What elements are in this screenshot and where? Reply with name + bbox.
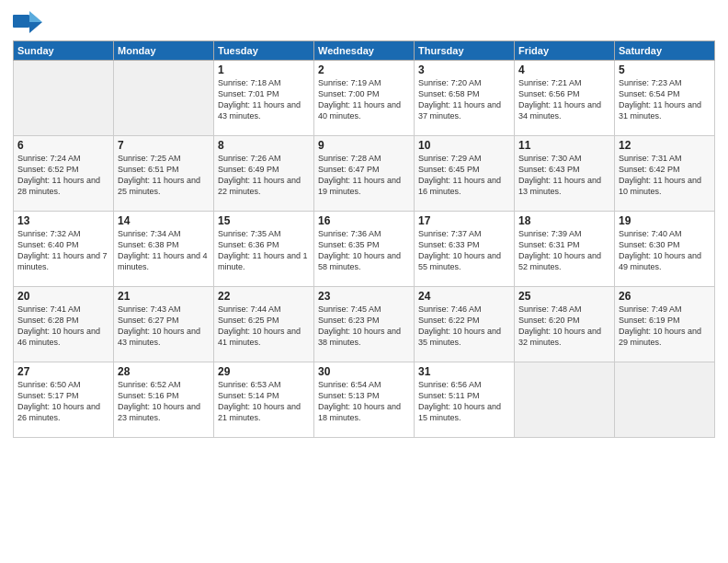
calendar-cell: 9Sunrise: 7:28 AMSunset: 6:47 PMDaylight… [314,136,415,212]
day-info: Sunrise: 7:23 AMSunset: 6:54 PMDaylight:… [619,77,711,122]
day-info: Sunrise: 7:32 AMSunset: 6:40 PMDaylight:… [17,228,109,273]
calendar-week-row: 20Sunrise: 7:41 AMSunset: 6:28 PMDayligh… [14,287,715,362]
day-number: 10 [418,139,510,152]
day-number: 9 [318,139,410,152]
day-number: 25 [518,290,610,303]
calendar-cell [114,61,214,136]
calendar-cell: 26Sunrise: 7:49 AMSunset: 6:19 PMDayligh… [615,287,715,362]
day-number: 29 [218,365,310,378]
day-number: 16 [318,214,410,227]
calendar-cell [515,362,615,438]
day-number: 7 [118,139,210,152]
calendar-cell: 10Sunrise: 7:29 AMSunset: 6:45 PMDayligh… [415,136,515,212]
day-info: Sunrise: 7:24 AMSunset: 6:52 PMDaylight:… [17,153,109,198]
weekday-header-sunday: Sunday [14,41,114,61]
day-info: Sunrise: 7:37 AMSunset: 6:33 PMDaylight:… [418,228,510,273]
weekday-header-row: SundayMondayTuesdayWednesdayThursdayFrid… [14,41,715,61]
calendar-container: SundayMondayTuesdayWednesdayThursdayFrid… [0,0,728,563]
calendar-cell: 18Sunrise: 7:39 AMSunset: 6:31 PMDayligh… [515,212,615,287]
day-info: Sunrise: 6:52 AMSunset: 5:16 PMDaylight:… [118,379,210,424]
day-info: Sunrise: 7:35 AMSunset: 6:36 PMDaylight:… [218,228,310,273]
day-info: Sunrise: 7:46 AMSunset: 6:22 PMDaylight:… [418,304,510,349]
day-number: 24 [418,290,510,303]
day-info: Sunrise: 6:56 AMSunset: 5:11 PMDaylight:… [418,379,510,424]
day-info: Sunrise: 7:26 AMSunset: 6:49 PMDaylight:… [218,153,310,198]
day-info: Sunrise: 7:49 AMSunset: 6:19 PMDaylight:… [619,304,711,349]
day-info: Sunrise: 7:43 AMSunset: 6:27 PMDaylight:… [118,304,210,349]
calendar-cell: 24Sunrise: 7:46 AMSunset: 6:22 PMDayligh… [415,287,515,362]
day-number: 19 [619,214,711,227]
header [13,9,715,35]
day-number: 5 [619,63,711,76]
calendar-cell: 19Sunrise: 7:40 AMSunset: 6:30 PMDayligh… [615,212,715,287]
calendar-cell: 5Sunrise: 7:23 AMSunset: 6:54 PMDaylight… [615,61,715,136]
day-number: 3 [418,63,510,76]
day-info: Sunrise: 7:36 AMSunset: 6:35 PMDaylight:… [318,228,410,273]
calendar-week-row: 1Sunrise: 7:18 AMSunset: 7:01 PMDaylight… [14,61,715,136]
day-number: 2 [318,63,410,76]
day-info: Sunrise: 7:48 AMSunset: 6:20 PMDaylight:… [518,304,610,349]
day-number: 14 [118,214,210,227]
day-info: Sunrise: 7:39 AMSunset: 6:31 PMDaylight:… [518,228,610,273]
calendar-cell: 23Sunrise: 7:45 AMSunset: 6:23 PMDayligh… [314,287,415,362]
calendar-cell: 25Sunrise: 7:48 AMSunset: 6:20 PMDayligh… [515,287,615,362]
day-info: Sunrise: 7:31 AMSunset: 6:42 PMDaylight:… [619,153,711,198]
day-number: 8 [218,139,310,152]
calendar-cell: 13Sunrise: 7:32 AMSunset: 6:40 PMDayligh… [14,212,114,287]
day-info: Sunrise: 7:45 AMSunset: 6:23 PMDaylight:… [318,304,410,349]
day-info: Sunrise: 7:20 AMSunset: 6:58 PMDaylight:… [418,77,510,122]
day-info: Sunrise: 7:21 AMSunset: 6:56 PMDaylight:… [518,77,610,122]
calendar-cell: 21Sunrise: 7:43 AMSunset: 6:27 PMDayligh… [114,287,214,362]
weekday-header-saturday: Saturday [615,41,715,61]
calendar-cell: 16Sunrise: 7:36 AMSunset: 6:35 PMDayligh… [314,212,415,287]
day-info: Sunrise: 7:25 AMSunset: 6:51 PMDaylight:… [118,153,210,198]
day-info: Sunrise: 7:44 AMSunset: 6:25 PMDaylight:… [218,304,310,349]
calendar-cell: 31Sunrise: 6:56 AMSunset: 5:11 PMDayligh… [415,362,515,438]
calendar-cell: 6Sunrise: 7:24 AMSunset: 6:52 PMDaylight… [14,136,114,212]
day-number: 18 [518,214,610,227]
day-info: Sunrise: 6:54 AMSunset: 5:13 PMDaylight:… [318,379,410,424]
calendar-cell: 28Sunrise: 6:52 AMSunset: 5:16 PMDayligh… [114,362,214,438]
calendar-cell: 4Sunrise: 7:21 AMSunset: 6:56 PMDaylight… [515,61,615,136]
day-number: 26 [619,290,711,303]
calendar-cell: 7Sunrise: 7:25 AMSunset: 6:51 PMDaylight… [114,136,214,212]
day-number: 4 [518,63,610,76]
day-number: 20 [17,290,109,303]
logo [13,9,44,35]
day-number: 1 [218,63,310,76]
day-info: Sunrise: 6:53 AMSunset: 5:14 PMDaylight:… [218,379,310,424]
day-number: 28 [118,365,210,378]
calendar-cell: 1Sunrise: 7:18 AMSunset: 7:01 PMDaylight… [214,61,314,136]
day-number: 31 [418,365,510,378]
day-number: 22 [218,290,310,303]
calendar-week-row: 6Sunrise: 7:24 AMSunset: 6:52 PMDaylight… [14,136,715,212]
calendar-cell: 3Sunrise: 7:20 AMSunset: 6:58 PMDaylight… [415,61,515,136]
day-info: Sunrise: 7:28 AMSunset: 6:47 PMDaylight:… [318,153,410,198]
weekday-header-monday: Monday [114,41,214,61]
day-number: 30 [318,365,410,378]
calendar-cell: 17Sunrise: 7:37 AMSunset: 6:33 PMDayligh… [415,212,515,287]
day-number: 11 [518,139,610,152]
calendar-table: SundayMondayTuesdayWednesdayThursdayFrid… [13,40,715,438]
calendar-cell: 2Sunrise: 7:19 AMSunset: 7:00 PMDaylight… [314,61,415,136]
calendar-cell: 14Sunrise: 7:34 AMSunset: 6:38 PMDayligh… [114,212,214,287]
calendar-cell: 20Sunrise: 7:41 AMSunset: 6:28 PMDayligh… [14,287,114,362]
day-info: Sunrise: 7:19 AMSunset: 7:00 PMDaylight:… [318,77,410,122]
day-info: Sunrise: 7:34 AMSunset: 6:38 PMDaylight:… [118,228,210,273]
calendar-cell: 8Sunrise: 7:26 AMSunset: 6:49 PMDaylight… [214,136,314,212]
day-info: Sunrise: 7:18 AMSunset: 7:01 PMDaylight:… [218,77,310,122]
day-info: Sunrise: 7:29 AMSunset: 6:45 PMDaylight:… [418,153,510,198]
weekday-header-wednesday: Wednesday [314,41,415,61]
calendar-cell: 12Sunrise: 7:31 AMSunset: 6:42 PMDayligh… [615,136,715,212]
calendar-week-row: 13Sunrise: 7:32 AMSunset: 6:40 PMDayligh… [14,212,715,287]
calendar-cell [14,61,114,136]
day-number: 15 [218,214,310,227]
calendar-cell [615,362,715,438]
calendar-cell: 30Sunrise: 6:54 AMSunset: 5:13 PMDayligh… [314,362,415,438]
svg-rect-0 [13,15,29,28]
day-info: Sunrise: 7:40 AMSunset: 6:30 PMDaylight:… [619,228,711,273]
day-info: Sunrise: 7:30 AMSunset: 6:43 PMDaylight:… [518,153,610,198]
day-number: 21 [118,290,210,303]
weekday-header-friday: Friday [515,41,615,61]
weekday-header-tuesday: Tuesday [214,41,314,61]
